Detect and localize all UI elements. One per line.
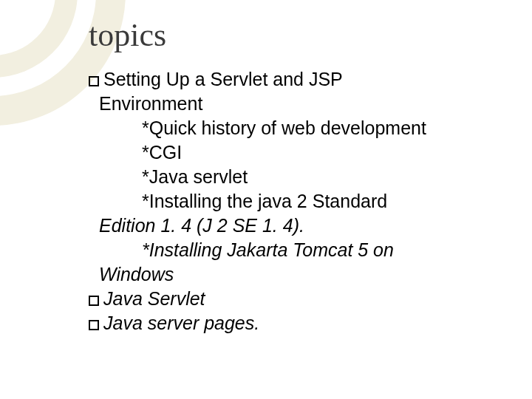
bullet-box-icon (89, 76, 99, 86)
topic3-text: Java server pages. (103, 313, 259, 333)
bullet-box-icon (89, 296, 99, 306)
topic2-line: Java Servlet (89, 287, 495, 311)
topic2-text: Java Servlet (103, 288, 205, 309)
topic1-sub3: *Java servlet (89, 165, 495, 189)
slide-body: Setting Up a Servlet and JSP Environment… (89, 67, 495, 335)
topic1-sub1: *Quick history of web development (89, 116, 495, 140)
topic1-heading-part2: Environment (89, 92, 495, 116)
topic1-sub4a: *Installing the java 2 Standard (89, 189, 495, 214)
topic1-sub5a: *Installing Jakarta Tomcat 5 on (89, 238, 495, 262)
topic1-sub5b: Windows (89, 262, 495, 287)
slide-content: topics Setting Up a Servlet and JSP Envi… (0, 0, 532, 399)
topic3-line: Java server pages. (89, 311, 495, 335)
slide-title: topics (89, 16, 495, 54)
topic1-sub2: *CGI (89, 140, 495, 165)
topic1-line1: Setting Up a Servlet and JSP (89, 67, 495, 92)
bullet-box-icon (89, 320, 99, 330)
topic1-heading-part1: Setting Up a Servlet and JSP (103, 69, 343, 89)
topic1-sub4b: Edition 1. 4 (J 2 SE 1. 4). (89, 214, 495, 238)
